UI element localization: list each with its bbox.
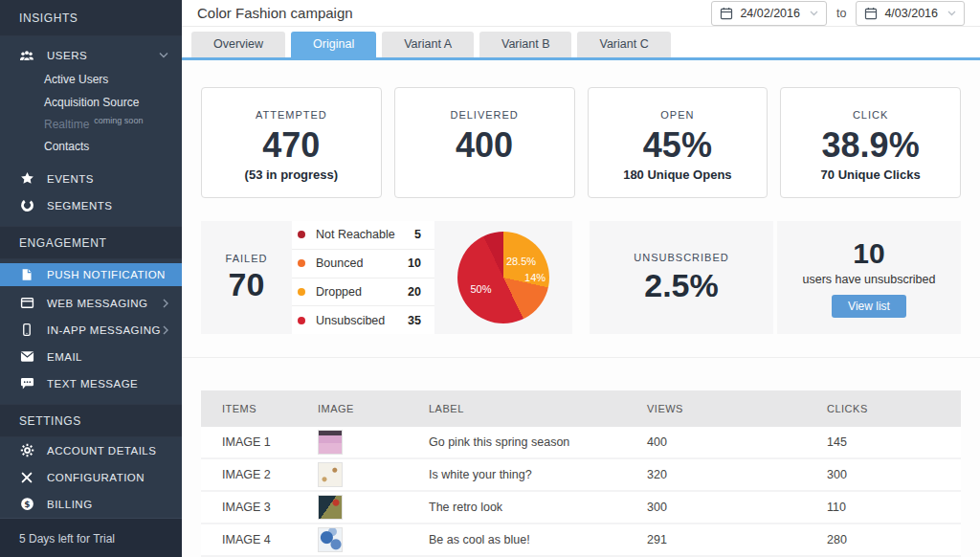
column-header-items: ITEMS xyxy=(201,403,318,414)
stat-label: DELIVERED xyxy=(450,109,518,121)
chevron-down-icon xyxy=(947,11,956,16)
stat-label: OPEN xyxy=(660,109,694,121)
legend-dot xyxy=(298,288,305,296)
tab-variant-b[interactable]: Variant B xyxy=(479,32,572,57)
sidebar-item-label: USERS xyxy=(47,50,87,61)
cell-item: IMAGE 2 xyxy=(201,468,318,481)
envelope-icon xyxy=(19,349,34,365)
sidebar-item-active-users[interactable]: Active Users xyxy=(0,69,182,91)
failed-panel: FAILED 70 Not Reachable 5 Bounced 10 xyxy=(201,221,572,334)
sidebar-item-segments[interactable]: SEGMENTS xyxy=(0,192,182,219)
cell-item: IMAGE 1 xyxy=(201,435,318,449)
sidebar-item-label: ACCOUNT DETAILS xyxy=(47,445,156,457)
pie-chart-block: 28.5% 14% 50% xyxy=(434,221,572,334)
sidebar-item-configuration[interactable]: CONFIGURATION xyxy=(0,464,182,491)
content: ATTEMPTED 470 (53 in progress) DELIVERED… xyxy=(182,60,980,557)
unsubscribed-users-panel: 10 users have unsubscribed View list xyxy=(777,221,961,334)
pie-slice-label: 50% xyxy=(470,283,491,295)
date-from-picker[interactable]: 24/02/2016 xyxy=(711,1,827,26)
sidebar-item-acquisition-source[interactable]: Acquisition Source xyxy=(0,91,182,113)
stat-card-open: OPEN 45% 180 Unique Opens xyxy=(588,87,768,198)
sidebar-item-contacts[interactable]: Contacts xyxy=(0,136,182,158)
sidebar-item-text-message[interactable]: TEXT MESSAGE xyxy=(0,370,182,397)
date-from-value: 24/02/2016 xyxy=(740,7,800,20)
tab-overview[interactable]: Overview xyxy=(191,32,285,57)
date-to-picker[interactable]: 4/03/2016 xyxy=(856,1,965,26)
stat-card-delivered: DELIVERED 400 xyxy=(394,87,575,198)
legend-label: Bounced xyxy=(316,256,408,270)
stat-label: CLICK xyxy=(853,109,888,121)
tab-bar: Overview Original Variant A Variant B Va… xyxy=(182,27,980,60)
phone-icon xyxy=(19,323,34,338)
stat-subtext: 180 Unique Opens xyxy=(623,167,731,183)
cell-item: IMAGE 3 xyxy=(201,501,318,514)
date-to-label: to xyxy=(836,7,846,20)
failed-value: 70 xyxy=(229,266,265,303)
sidebar-item-account-details[interactable]: ACCOUNT DETAILS xyxy=(0,437,182,464)
stat-card-attempted: ATTEMPTED 470 (53 in progress) xyxy=(201,87,382,198)
chevron-down-icon xyxy=(810,11,818,16)
table-row[interactable]: IMAGE 1 Go pink this spring season 400 1… xyxy=(201,427,961,459)
gear-icon xyxy=(19,443,34,458)
stat-label: ATTEMPTED xyxy=(256,109,327,121)
cell-views: 400 xyxy=(647,435,827,449)
unsubscribed-value: 2.5% xyxy=(644,267,719,304)
date-range: 24/02/2016 to 4/03/2016 xyxy=(711,1,965,26)
table-row[interactable]: IMAGE 3 The retro look 300 110 xyxy=(201,492,961,524)
cell-clicks: 145 xyxy=(827,435,961,449)
tab-variant-c[interactable]: Variant C xyxy=(577,32,670,57)
failed-summary: FAILED 70 xyxy=(201,221,292,334)
sidebar-item-label: PUSH NOTIFICATION xyxy=(47,269,166,280)
pie-slice-label: 28.5% xyxy=(506,256,536,267)
sidebar-item-label: EVENTS xyxy=(47,173,94,185)
stat-subtext: 70 Unique Clicks xyxy=(821,167,921,183)
legend-item-dropped: Dropped 20 xyxy=(292,278,434,307)
chevron-right-icon xyxy=(163,325,168,335)
star-icon xyxy=(19,171,34,187)
calendar-icon xyxy=(864,7,878,20)
sidebar-item-label: SEGMENTS xyxy=(47,200,113,212)
section-divider xyxy=(182,357,980,358)
realtime-label: Realtime xyxy=(44,118,89,131)
unsubscribed-panels: UNSUBSCRIBED 2.5% 10 users have unsubscr… xyxy=(590,221,961,334)
sidebar-item-billing[interactable]: $ BILLING xyxy=(0,491,182,518)
sidebar-item-users[interactable]: USERS xyxy=(0,42,182,69)
product-thumbnail xyxy=(318,430,343,455)
chevron-right-icon xyxy=(163,299,168,308)
tab-original[interactable]: Original xyxy=(291,32,376,57)
cell-image xyxy=(318,495,429,520)
cell-label: Is white your thing? xyxy=(429,468,647,481)
chevron-down-icon xyxy=(159,52,168,58)
tab-variant-a[interactable]: Variant A xyxy=(382,32,474,57)
sidebar-item-email[interactable]: EMAIL xyxy=(0,344,182,370)
legend-item-unsubscribed: Unsubscibed 35 xyxy=(292,306,434,334)
sidebar-item-in-app-messaging[interactable]: IN-APP MESSAGING xyxy=(0,317,182,344)
table-row[interactable]: IMAGE 4 Be as cool as blue! 291 280 xyxy=(201,524,961,557)
legend-label: Not Reachable xyxy=(316,228,414,241)
legend-value: 35 xyxy=(408,314,421,327)
product-thumbnail xyxy=(318,495,343,520)
push-notification-icon xyxy=(19,267,34,282)
users-icon xyxy=(19,48,34,63)
stat-card-click: CLICK 38.9% 70 Unique Clicks xyxy=(780,87,961,198)
legend-item-not-reachable: Not Reachable 5 xyxy=(292,221,434,250)
legend-label: Unsubscibed xyxy=(316,314,408,327)
svg-text:$: $ xyxy=(24,500,31,509)
sidebar-item-events[interactable]: EVENTS xyxy=(0,166,182,192)
sidebar-item-web-messaging[interactable]: WEB MESSAGING xyxy=(0,290,182,317)
cell-image xyxy=(318,527,429,552)
sidebar-item-label: EMAIL xyxy=(47,351,82,363)
legend-dot xyxy=(298,259,305,267)
top-bar: Color Fashion campaign 24/02/2016 to 4/0… xyxy=(182,0,980,27)
column-header-label: LABEL xyxy=(429,403,647,414)
cell-label: Go pink this spring season xyxy=(429,435,647,449)
page-title: Color Fashion campaign xyxy=(197,5,353,21)
segments-ring-icon xyxy=(19,198,34,213)
cell-views: 291 xyxy=(647,533,827,546)
sidebar-item-push-notification[interactable]: PUSH NOTIFICATION xyxy=(0,263,182,286)
column-header-clicks: CLICKS xyxy=(827,403,961,414)
unsubscribed-label: UNSUBSCRIBED xyxy=(634,252,728,263)
table-row[interactable]: IMAGE 2 Is white your thing? 320 300 xyxy=(201,459,961,492)
view-list-button[interactable]: View list xyxy=(832,295,906,318)
legend-dot xyxy=(298,231,305,238)
